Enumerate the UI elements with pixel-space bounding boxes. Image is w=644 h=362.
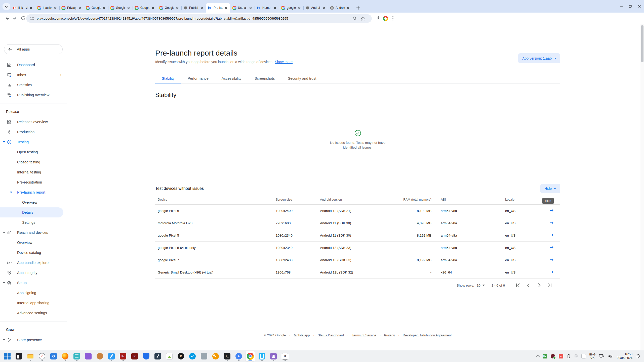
filezilla-icon[interactable]	[118, 351, 128, 361]
browser-tab-inactive-account[interactable]: Inactive Ac	[35, 3, 59, 13]
window-close-button[interactable]	[635, 0, 644, 13]
photos-app-icon[interactable]	[165, 351, 174, 361]
sidebar-item-advanced-settings[interactable]: Advanced settings	[0, 308, 67, 318]
keepass-icon[interactable]	[130, 351, 139, 361]
language-indicator[interactable]: ENGUK	[589, 353, 596, 359]
browser-tab-google-cal[interactable]: google cal	[279, 3, 303, 13]
taskbar-dark-app-icon[interactable]	[14, 351, 24, 361]
browser-tab-google-blog[interactable]: Google blo	[108, 3, 133, 13]
tab-performance[interactable]: Performance	[181, 73, 215, 83]
sidebar-item-rad-overview[interactable]: Overview	[0, 238, 67, 248]
cube-app-icon[interactable]	[199, 351, 209, 361]
footer-link-dda[interactable]: Developer Distribution Agreement	[403, 333, 452, 337]
tab-close-icon[interactable]	[322, 6, 326, 10]
tray-app-icon[interactable]	[581, 354, 586, 358]
7zip-icon[interactable]	[280, 351, 290, 361]
browser-tab-use-a-pre[interactable]: Use a pre-	[230, 3, 255, 13]
browser-tab-home[interactable]: Home	[255, 3, 279, 13]
tab-screenshots[interactable]: Screenshots	[248, 73, 281, 83]
sidebar-item-inbox[interactable]: Inbox 1	[0, 70, 67, 80]
collapse-caret-icon[interactable]	[3, 282, 5, 284]
bookmark-star-icon[interactable]	[360, 16, 365, 21]
browser-tab-gmail[interactable]: link - viach	[11, 3, 35, 13]
sidebar-item-app-integrity[interactable]: App integrity	[0, 268, 67, 278]
sidebar-item-closed-testing[interactable]: Closed testing	[0, 157, 67, 167]
tab-close-icon[interactable]	[273, 6, 277, 10]
browser-tab-android-1[interactable]: Android A	[303, 3, 328, 13]
browser-tab-google-play[interactable]: Google Pla	[84, 3, 108, 13]
sidebar-item-app-signing[interactable]: App signing	[0, 288, 67, 298]
tab-close-icon[interactable]	[102, 6, 106, 10]
footer-link-status-dashboard[interactable]: Status Dashboard	[318, 333, 344, 337]
sidebar-item-device-catalog[interactable]: Device catalog	[0, 248, 67, 258]
network-icon[interactable]	[599, 354, 605, 358]
tab-close-icon[interactable]	[53, 6, 57, 10]
tab-close-icon[interactable]	[346, 6, 350, 10]
sidebar-item-plr-settings[interactable]: Settings	[0, 217, 67, 228]
table-row[interactable]: motorola Motorola G20720x1600Android 11 …	[155, 217, 560, 229]
tab-accessibility[interactable]: Accessibility	[215, 73, 248, 83]
tray-usb-icon[interactable]	[567, 354, 571, 358]
open-device-arrow-icon[interactable]	[549, 233, 554, 238]
sidebar-item-testing[interactable]: Testing	[0, 137, 67, 147]
zoom-out-icon[interactable]	[352, 16, 357, 21]
collapse-caret-icon[interactable]	[3, 141, 5, 143]
sidebar-item-setup[interactable]: Setup	[0, 278, 67, 288]
phone-app-icon[interactable]	[257, 351, 267, 361]
collapse-caret-icon[interactable]	[10, 192, 12, 193]
footer-link-mobile-app[interactable]: Mobile app	[294, 333, 310, 337]
browser-tab-android-2[interactable]: Android A	[328, 3, 352, 13]
sidebar-item-store-presence[interactable]: Store presence	[0, 335, 67, 345]
new-tab-button[interactable]	[355, 4, 362, 11]
mobaxterm-icon[interactable]	[84, 351, 93, 361]
tray-expand-icon[interactable]	[536, 355, 540, 358]
sidebar-item-production[interactable]: Production	[0, 127, 67, 137]
browser-tab-privacy[interactable]: Privacy Che	[59, 3, 84, 13]
window-restore-button[interactable]	[626, 0, 635, 13]
volume-icon[interactable]	[608, 354, 613, 358]
r-app-icon[interactable]	[176, 351, 186, 361]
terminal-icon[interactable]	[222, 351, 232, 361]
footer-link-terms[interactable]: Terms of Service	[352, 333, 376, 337]
collapse-caret-icon[interactable]	[3, 232, 5, 233]
open-device-arrow-icon[interactable]	[549, 269, 554, 275]
table-row[interactable]: google Pixel 71080x2400Android 13 (SDK 3…	[155, 254, 560, 266]
gimp-icon[interactable]	[95, 351, 105, 361]
open-device-arrow-icon[interactable]	[549, 245, 554, 250]
first-page-icon[interactable]	[515, 282, 521, 288]
sidebar-item-internal-app-sharing[interactable]: Internal app sharing	[0, 298, 67, 308]
search-app-icon[interactable]	[49, 351, 58, 361]
sidebar-item-reach-and-devices[interactable]: Reach and devices	[0, 228, 67, 238]
tab-close-icon[interactable]	[78, 6, 82, 10]
tab-close-icon[interactable]	[200, 6, 204, 10]
chrome-profile-avatar[interactable]	[383, 16, 388, 21]
apache-app-icon[interactable]	[234, 351, 244, 361]
table-row[interactable]: google Pixel 5 64-bit only1080x2340Andro…	[155, 242, 560, 254]
footer-link-privacy[interactable]: Privacy	[384, 333, 395, 337]
sidebar-item-releases-overview[interactable]: Releases overview	[0, 117, 67, 127]
browser-tab-pre-launch-active[interactable]: Pre-launch	[206, 3, 230, 13]
sidebar-item-open-testing[interactable]: Open testing	[0, 147, 67, 157]
shield-app-icon[interactable]	[141, 351, 151, 361]
clock[interactable]: 16:50 29/06/2024	[617, 352, 632, 360]
all-apps-button[interactable]: All apps	[4, 44, 63, 54]
spreadsheet-app-icon[interactable]	[269, 351, 278, 361]
open-device-arrow-icon[interactable]	[549, 257, 554, 262]
forward-icon[interactable]	[12, 15, 18, 21]
sidebar-item-plr-overview[interactable]: Overview	[0, 197, 67, 207]
browser-tab-google-blog-2[interactable]: Google blo	[157, 3, 181, 13]
sidebar-item-app-bundle-explorer[interactable]: App bundle explorer	[0, 258, 67, 268]
downloads-icon[interactable]	[375, 15, 381, 21]
sidebar-item-publishing-overview[interactable]: Publishing overview	[0, 90, 67, 100]
chrome-taskbar-icon[interactable]	[246, 351, 255, 361]
sql-app-icon[interactable]	[153, 351, 163, 361]
tray-sync-icon[interactable]	[559, 354, 563, 358]
sidebar-item-plr-details-selected[interactable]: Details	[0, 207, 63, 217]
show-rows-select[interactable]: 10	[477, 284, 485, 287]
table-row[interactable]: google Pixel 51080x2340Android 11 (SDK 3…	[155, 229, 560, 242]
table-row[interactable]: google Pixel 61080x2400Android 12 (SDK 3…	[155, 205, 560, 217]
show-more-link[interactable]: Show more	[275, 60, 293, 64]
gauge-app-icon[interactable]	[37, 351, 47, 361]
contacts-app-icon[interactable]	[211, 351, 220, 361]
firefox-icon[interactable]	[60, 351, 70, 361]
